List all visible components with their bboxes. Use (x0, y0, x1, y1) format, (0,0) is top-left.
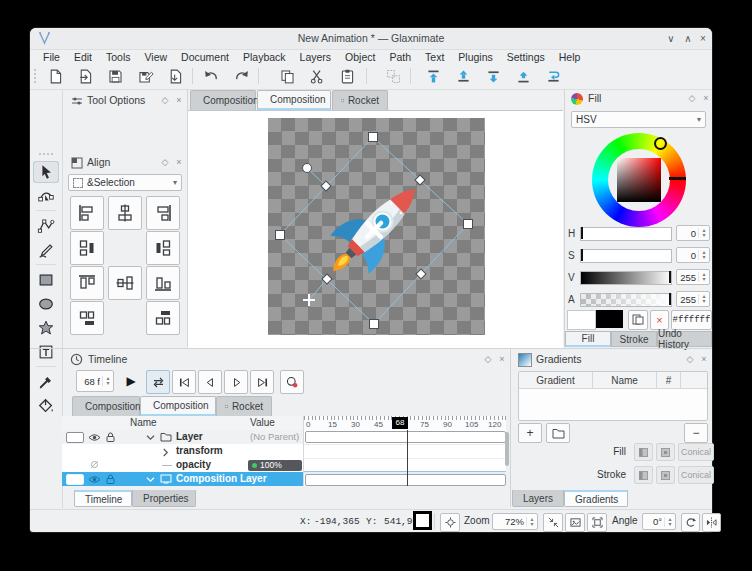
float-panel-icon[interactable]: ◇ (482, 353, 494, 365)
align-h-right-button[interactable] (146, 196, 180, 230)
playhead-line[interactable] (407, 430, 408, 486)
value-slider[interactable] (580, 271, 672, 285)
float-panel-icon[interactable]: ◇ (159, 156, 171, 168)
open-button[interactable] (74, 65, 96, 87)
save-as-button[interactable] (134, 65, 156, 87)
menu-text[interactable]: Text (418, 51, 451, 63)
canvas-settings-button[interactable] (440, 513, 460, 532)
saturation-slider[interactable] (580, 249, 672, 263)
close-panel-icon[interactable]: × (700, 92, 712, 104)
menu-object[interactable]: Object (338, 51, 382, 63)
tab-fill[interactable]: Fill (565, 331, 611, 347)
menu-tools[interactable]: Tools (99, 51, 138, 63)
text-tool[interactable] (33, 341, 59, 363)
composition-layer-row[interactable]: Composition Layer (62, 472, 303, 486)
canvas-tab-composition-2[interactable]: Composition (257, 90, 331, 110)
gradient-column-header[interactable]: Gradient (519, 372, 593, 388)
layer-lower-button[interactable] (482, 65, 504, 87)
next-frame-button[interactable] (224, 370, 248, 394)
canvas-tab-composition-1[interactable]: Composition (190, 90, 256, 110)
chevron-down-icon[interactable] (146, 434, 155, 441)
name-column-header[interactable]: Name (130, 417, 157, 428)
remove-gradient-button[interactable]: − (684, 423, 708, 443)
group-button[interactable] (382, 65, 404, 87)
align-h-left-button[interactable] (70, 196, 104, 230)
menu-edit[interactable]: Edit (67, 51, 99, 63)
menu-layers[interactable]: Layers (293, 51, 339, 63)
flip-view-button[interactable] (702, 513, 721, 532)
current-frame-indicator[interactable]: 68 (392, 417, 408, 429)
menu-file[interactable]: File (36, 51, 67, 63)
rectangle-tool[interactable] (33, 269, 59, 291)
gradients-table[interactable]: Gradient Name # (518, 371, 708, 421)
reset-rotation-button[interactable] (681, 513, 700, 532)
toolbar-handle[interactable] (34, 69, 39, 83)
name-column-header[interactable]: Name (593, 372, 657, 388)
layer-move-button[interactable] (542, 65, 564, 87)
tools-handle[interactable] (39, 153, 53, 157)
eye-icon[interactable] (88, 433, 101, 442)
timeline-tab-composition-2[interactable]: Composition (140, 396, 216, 416)
layer-top-button[interactable] (422, 65, 444, 87)
hue-marker[interactable] (669, 177, 686, 180)
menu-path[interactable]: Path (382, 51, 418, 63)
fill-radial-gradient-button[interactable] (656, 443, 675, 461)
timeline-tracks[interactable] (303, 430, 506, 486)
color-picker-tool[interactable] (33, 371, 59, 393)
dock-tab-properties[interactable]: Properties (132, 490, 196, 507)
save-button[interactable] (104, 65, 126, 87)
hue-spinbox[interactable]: 0▴▾ (676, 225, 710, 241)
lock-icon[interactable] (106, 432, 115, 442)
dock-tab-gradients[interactable]: Gradients (564, 490, 628, 507)
align-v-outside-top-button[interactable] (146, 301, 180, 335)
align-v-center-button[interactable] (108, 266, 142, 300)
alpha-spinbox[interactable]: 255▴▾ (676, 291, 710, 307)
go-first-frame-button[interactable] (172, 370, 196, 394)
current-color-indicator[interactable] (413, 511, 432, 530)
draw-bezier-tool[interactable] (33, 215, 59, 237)
tab-undo-history[interactable]: Undo History (657, 331, 712, 347)
align-v-bottom-button[interactable] (146, 266, 180, 300)
zoom-original-button[interactable] (565, 513, 585, 532)
timeline-scrollbar[interactable] (505, 432, 509, 466)
align-v-top-button[interactable] (70, 266, 104, 300)
export-button[interactable] (164, 65, 186, 87)
dock-tab-layers[interactable]: Layers (512, 490, 564, 507)
menu-help[interactable]: Help (552, 51, 588, 63)
chevron-right-icon[interactable] (162, 448, 169, 457)
record-keyframe-button[interactable] (280, 370, 304, 394)
star-tool[interactable] (33, 317, 59, 339)
ellipse-tool[interactable] (33, 293, 59, 315)
minimize-button[interactable]: ∨ (664, 32, 678, 46)
fill-conical-button[interactable]: Conical (678, 443, 714, 461)
edit-nodes-tool[interactable] (33, 185, 59, 207)
clear-color-button[interactable]: × (650, 310, 669, 330)
draw-freehand-tool[interactable] (33, 239, 59, 261)
stroke-linear-gradient-button[interactable] (634, 466, 653, 484)
layer-row[interactable]: Layer (No Parent) (62, 430, 303, 445)
hue-selector[interactable] (654, 137, 667, 150)
angle-spinbox[interactable]: 0°▴▾ (642, 513, 676, 530)
play-button[interactable]: ▶ (120, 370, 142, 392)
splitter[interactable] (510, 349, 511, 507)
hue-slider[interactable] (580, 227, 672, 241)
align-v-outside-bottom-button[interactable] (70, 301, 104, 335)
transform-row[interactable]: transform (62, 444, 303, 459)
count-column-header[interactable]: # (657, 372, 681, 388)
redo-button[interactable] (230, 65, 252, 87)
saturation-value-square[interactable] (617, 158, 661, 202)
menu-settings[interactable]: Settings (500, 51, 552, 63)
previous-frame-button[interactable] (198, 370, 222, 394)
timeline-tab-rocket[interactable]: Rocket (216, 396, 272, 416)
dock-tab-timeline[interactable]: Timeline (74, 490, 132, 507)
value-spinbox[interactable]: 255▴▾ (676, 269, 710, 285)
timeline-ruler[interactable]: 0 15 30 45 75 90 105 120 68 (303, 416, 506, 431)
close-panel-icon[interactable]: × (698, 353, 710, 365)
secondary-color-swatch[interactable] (596, 310, 623, 328)
align-h-center-button[interactable] (108, 196, 142, 230)
undo-button[interactable] (200, 65, 222, 87)
layer-color-swatch[interactable] (66, 432, 84, 443)
eye-icon[interactable] (88, 475, 101, 484)
canvas-tab-rocket[interactable]: Rocket (332, 90, 388, 110)
align-h-outside-left-button[interactable] (146, 231, 180, 265)
